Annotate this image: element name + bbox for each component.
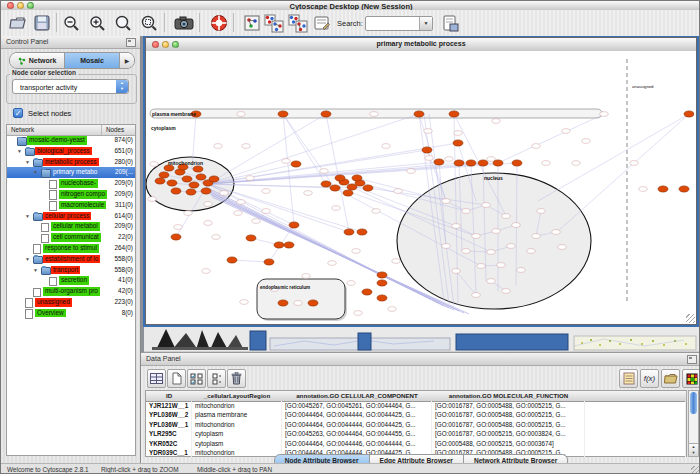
search-input[interactable]: ▼	[365, 16, 433, 31]
table-cell[interactable]: plasma membrane	[192, 410, 282, 419]
network-node-selected-color[interactable]	[159, 172, 169, 178]
network-edge[interactable]	[283, 114, 294, 225]
network-node[interactable]	[542, 161, 550, 166]
more-tabs-button[interactable]: ▶	[120, 53, 134, 68]
network-node[interactable]	[462, 249, 470, 254]
network-node-selected-color[interactable]	[330, 185, 340, 191]
table-cell[interactable]: YPL036W__1	[146, 420, 192, 429]
save-annotation-button[interactable]	[439, 12, 461, 34]
tree-row[interactable]: ▼cellular process614(0)	[7, 211, 135, 222]
network-node[interactable]	[442, 199, 450, 204]
network-node[interactable]	[630, 161, 638, 166]
network-node-selected-color[interactable]	[321, 181, 331, 187]
help-button[interactable]	[208, 12, 230, 34]
table-vertical-scrollbar[interactable]: ▲▼	[688, 390, 699, 457]
table-cell[interactable]: YLR295C	[146, 429, 192, 438]
network-node-selected-color[interactable]	[171, 188, 181, 194]
network-node[interactable]	[462, 209, 470, 214]
tree-row[interactable]: multi-organism pro42(0)	[7, 286, 135, 297]
table-cell[interactable]: [GO:0044464, GO:0044444, GO:0044425, G..…	[282, 410, 432, 419]
network-node[interactable]	[347, 281, 355, 286]
network-node[interactable]	[452, 224, 460, 229]
network-node-selected-color[interactable]	[171, 234, 181, 240]
table-cell[interactable]: [GO:0044464, GO:0044446, GO:0044444, G..…	[282, 439, 432, 448]
table-cell[interactable]: [GO:0016787, GO:0005488, GO:0005215, G..…	[432, 420, 585, 429]
network-node-selected-color[interactable]	[291, 161, 301, 167]
network-node-selected-color[interactable]	[453, 140, 463, 146]
network-edge[interactable]	[208, 184, 294, 225]
network-node[interactable]	[507, 244, 515, 249]
network-node[interactable]	[452, 269, 460, 274]
network-node[interactable]	[407, 169, 415, 174]
network-node[interactable]	[352, 249, 360, 254]
table-cell[interactable]: YPL036W__2	[146, 410, 192, 419]
network-node-selected-color[interactable]	[512, 160, 522, 166]
delete-attribute-button[interactable]	[227, 369, 246, 388]
network-node[interactable]	[302, 274, 310, 279]
network-node[interactable]	[445, 157, 453, 162]
scrollbar-thumb[interactable]	[690, 392, 697, 414]
network-node[interactable]	[242, 144, 250, 149]
table-cell[interactable]: [GO:0045267, GO:0045261, GO:0044464, G..…	[282, 401, 432, 410]
table-cell[interactable]	[585, 420, 686, 429]
network-node-selected-color[interactable]	[377, 272, 387, 278]
expand-arrow-icon[interactable]: ▼	[25, 157, 30, 168]
select-attributes-button[interactable]	[187, 369, 206, 388]
expand-arrow-icon[interactable]: ▼	[33, 265, 38, 276]
tab-mosaic[interactable]: Mosaic	[65, 53, 120, 68]
network-node[interactable]	[532, 144, 540, 149]
network-node-selected-color[interactable]	[684, 111, 694, 117]
network-node-selected-color[interactable]	[377, 280, 387, 286]
network-node[interactable]	[472, 234, 480, 239]
network-node[interactable]	[512, 223, 520, 228]
open-file-button[interactable]	[7, 12, 29, 34]
network-node[interactable]	[487, 279, 495, 284]
network-node-selected-color[interactable]	[377, 295, 387, 301]
network-node[interactable]	[174, 225, 182, 230]
network-node[interactable]	[294, 301, 302, 306]
network-node[interactable]	[150, 162, 158, 167]
tab-network[interactable]: Network	[10, 53, 65, 68]
tree-row[interactable]: ▼establishment of lo558(0)	[7, 254, 135, 265]
network-node-selected-color[interactable]	[196, 174, 206, 180]
tree-row[interactable]: ▼biological_process651(0)	[7, 146, 135, 157]
network-node[interactable]	[487, 250, 495, 255]
table-cell[interactable]	[585, 439, 686, 448]
table-cell[interactable]: cytoplasm	[192, 439, 282, 448]
zoom-selected-button[interactable]	[138, 12, 160, 34]
network-node[interactable]	[240, 300, 248, 305]
tree-row[interactable]: secretion41(0)	[7, 275, 135, 286]
float-panel-icon[interactable]	[126, 38, 136, 47]
network-node[interactable]	[388, 307, 396, 312]
table-cell[interactable]	[585, 401, 686, 410]
network-node[interactable]	[424, 129, 432, 134]
network-node-selected-color[interactable]	[454, 160, 464, 166]
network-node-selected-color[interactable]	[493, 160, 503, 166]
network-node-selected-color[interactable]	[414, 111, 424, 117]
tree-row[interactable]: nitrogen compo209(0)	[7, 189, 135, 200]
network-node[interactable]	[442, 244, 450, 249]
network-node[interactable]	[202, 269, 210, 274]
vizmapper-alt-button[interactable]	[287, 12, 309, 34]
tree-row[interactable]: cellular metabol209(0)	[7, 221, 135, 232]
network-node[interactable]	[237, 200, 245, 205]
network-node[interactable]	[372, 209, 380, 214]
network-node[interactable]	[320, 169, 328, 174]
network-node-selected-color[interactable]	[434, 159, 444, 165]
table-cell[interactable]	[585, 410, 686, 419]
network-node[interactable]	[204, 221, 212, 226]
network-node-selected-color[interactable]	[227, 257, 237, 263]
network-node-selected-color[interactable]	[201, 188, 211, 194]
zoom-out-button[interactable]	[60, 12, 82, 34]
network-node-selected-color[interactable]	[321, 111, 331, 117]
network-node-selected-color[interactable]	[679, 186, 689, 192]
canvas-resize-grip[interactable]	[686, 314, 695, 323]
attribute-panel-button[interactable]	[147, 369, 166, 388]
table-cell[interactable]: [GO:0016787, GO:0005488, GO:0005215, G..…	[432, 401, 585, 410]
notes-button[interactable]	[619, 369, 638, 388]
import-attributes-button[interactable]	[661, 369, 680, 388]
network-edge[interactable]	[208, 150, 427, 184]
network-node[interactable]	[220, 191, 228, 196]
network-node[interactable]	[148, 197, 156, 202]
network-node[interactable]	[382, 144, 390, 149]
